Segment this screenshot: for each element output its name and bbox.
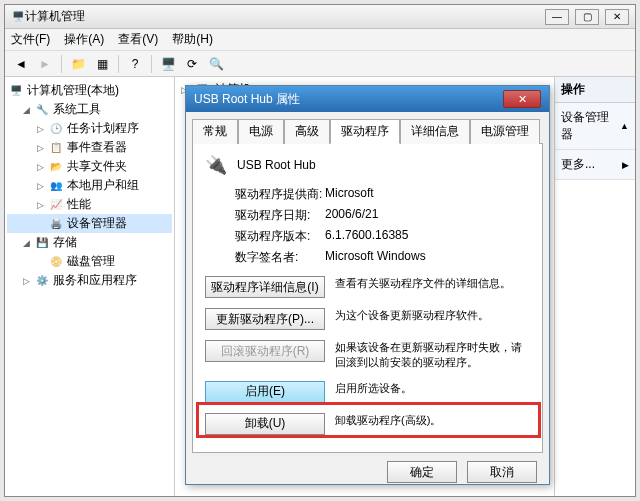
uninstall-button[interactable]: 卸载(U) [205,413,325,435]
disk-icon: 📀 [49,255,63,269]
update-driver-desc: 为这个设备更新驱动程序软件。 [335,308,530,323]
tree-pane: 🖥️计算机管理(本地) ◢🔧系统工具 ▷🕒任务计划程序 ▷📋事件查看器 ▷📂共享… [5,77,175,496]
actions-header: 操作 [555,77,635,103]
expand-icon[interactable]: ▷ [35,162,45,172]
properties-dialog: USB Root Hub 属性 ✕ 常规 电源 高级 驱动程序 详细信息 电源管… [185,85,550,485]
users-icon: 👥 [49,179,63,193]
enable-button[interactable]: 启用(E) [205,381,325,403]
clock-icon: 🕒 [49,122,63,136]
computer-icon[interactable]: 🖥️ [158,54,178,74]
expand-icon[interactable]: ▷ [35,181,45,191]
forward-icon[interactable]: ► [35,54,55,74]
date-label: 驱动程序日期: [235,207,325,224]
separator [118,55,119,73]
help-icon[interactable]: ? [125,54,145,74]
minimize-button[interactable]: — [545,9,569,25]
tab-power[interactable]: 电源 [238,119,284,144]
dialog-footer: 确定 取消 [186,453,549,491]
driver-details-desc: 查看有关驱动程序文件的详细信息。 [335,276,530,291]
tree-device-manager[interactable]: 🖨️设备管理器 [7,214,172,233]
refresh-icon[interactable]: ⟳ [182,54,202,74]
menubar: 文件(F) 操作(A) 查看(V) 帮助(H) [5,29,635,51]
dialog-title: USB Root Hub 属性 [194,91,503,108]
enable-desc: 启用所选设备。 [335,381,530,396]
tree-performance[interactable]: ▷📈性能 [7,195,172,214]
tools-icon: 🔧 [35,103,49,117]
titlebar: 🖥️ 计算机管理 — ▢ ✕ [5,5,635,29]
ok-button[interactable]: 确定 [387,461,457,483]
tree-storage[interactable]: ◢💾存储 [7,233,172,252]
separator [151,55,152,73]
tab-power-mgmt[interactable]: 电源管理 [470,119,540,144]
collapse-icon[interactable]: ◢ [21,238,31,248]
tree-root[interactable]: 🖥️计算机管理(本地) [7,81,172,100]
expand-icon[interactable]: ▷ [35,143,45,153]
tree-task-scheduler[interactable]: ▷🕒任务计划程序 [7,119,172,138]
app-icon: 🖥️ [11,10,25,24]
folder-icon[interactable]: 📁 [68,54,88,74]
maximize-button[interactable]: ▢ [575,9,599,25]
tree-local-users[interactable]: ▷👥本地用户和组 [7,176,172,195]
scan-icon[interactable]: 🔍 [206,54,226,74]
driver-details-button[interactable]: 驱动程序详细信息(I) [205,276,325,298]
tab-advanced[interactable]: 高级 [284,119,330,144]
chevron-right-icon: ▶ [622,160,629,170]
tree-shared-folders[interactable]: ▷📂共享文件夹 [7,157,172,176]
actions-pane: 操作 设备管理器▲ 更多...▶ [555,77,635,496]
separator [61,55,62,73]
services-icon: ⚙️ [35,274,49,288]
actions-row-device-mgr[interactable]: 设备管理器▲ [555,103,635,150]
back-icon[interactable]: ◄ [11,54,31,74]
device-icon: 🖨️ [49,217,63,231]
dialog-titlebar: USB Root Hub 属性 ✕ [186,86,549,112]
tab-driver[interactable]: 驱动程序 [330,119,400,144]
tab-content: 🔌 USB Root Hub 驱动程序提供商:Microsoft 驱动程序日期:… [192,143,543,453]
actions-row-more[interactable]: 更多...▶ [555,150,635,180]
menu-help[interactable]: 帮助(H) [172,31,213,48]
collapse-icon[interactable]: ◢ [21,105,31,115]
version-label: 驱动程序版本: [235,228,325,245]
cancel-button[interactable]: 取消 [467,461,537,483]
tab-details[interactable]: 详细信息 [400,119,470,144]
tree-event-viewer[interactable]: ▷📋事件查看器 [7,138,172,157]
close-button[interactable]: ✕ [605,9,629,25]
menu-action[interactable]: 操作(A) [64,31,104,48]
storage-icon: 💾 [35,236,49,250]
device-name: USB Root Hub [237,158,316,172]
usb-icon: 🔌 [205,154,227,176]
tree-disk-mgmt[interactable]: 📀磁盘管理 [7,252,172,271]
version-value: 6.1.7600.16385 [325,228,408,245]
tree-services[interactable]: ▷⚙️服务和应用程序 [7,271,172,290]
tree-system-tools[interactable]: ◢🔧系统工具 [7,100,172,119]
provider-value: Microsoft [325,186,374,203]
expand-icon[interactable]: ▷ [21,276,31,286]
rollback-driver-button: 回滚驱动程序(R) [205,340,325,362]
toolbar: ◄ ► 📁 ▦ ? 🖥️ ⟳ 🔍 [5,51,635,77]
menu-file[interactable]: 文件(F) [11,31,50,48]
menu-view[interactable]: 查看(V) [118,31,158,48]
event-icon: 📋 [49,141,63,155]
chevron-up-icon: ▲ [620,121,629,131]
computer-icon: 🖥️ [9,84,23,98]
rollback-driver-desc: 如果该设备在更新驱动程序时失败，请回滚到以前安装的驱动程序。 [335,340,530,371]
tab-general[interactable]: 常规 [192,119,238,144]
perf-icon: 📈 [49,198,63,212]
update-driver-button[interactable]: 更新驱动程序(P)... [205,308,325,330]
date-value: 2006/6/21 [325,207,378,224]
signer-value: Microsoft Windows [325,249,426,266]
signer-label: 数字签名者: [235,249,325,266]
window-title: 计算机管理 [25,8,545,25]
uninstall-desc: 卸载驱动程序(高级)。 [335,413,530,428]
provider-label: 驱动程序提供商: [235,186,325,203]
expand-icon[interactable]: ▷ [35,124,45,134]
tab-strip: 常规 电源 高级 驱动程序 详细信息 电源管理 [186,112,549,143]
dialog-close-button[interactable]: ✕ [503,90,541,108]
list-icon[interactable]: ▦ [92,54,112,74]
share-icon: 📂 [49,160,63,174]
expand-icon[interactable]: ▷ [35,200,45,210]
